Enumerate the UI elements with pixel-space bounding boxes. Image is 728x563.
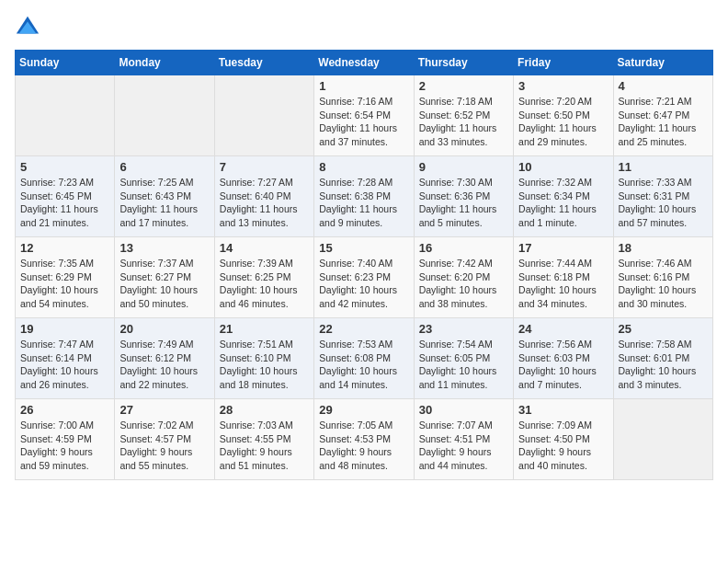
day-cell: 9Sunrise: 7:30 AM Sunset: 6:36 PM Daylig… [414,156,513,237]
day-number: 30 [419,403,508,417]
day-cell: 10Sunrise: 7:32 AM Sunset: 6:34 PM Dayli… [514,156,613,237]
day-cell: 15Sunrise: 7:40 AM Sunset: 6:23 PM Dayli… [314,237,414,318]
week-row-4: 19Sunrise: 7:47 AM Sunset: 6:14 PM Dayli… [16,318,713,399]
day-number: 12 [20,241,109,255]
day-cell [613,399,712,480]
day-number: 6 [119,160,209,174]
day-number: 9 [419,160,508,174]
day-info: Sunrise: 7:16 AM Sunset: 6:54 PM Dayligh… [319,95,408,149]
day-info: Sunrise: 7:03 AM Sunset: 4:55 PM Dayligh… [220,419,309,473]
calendar-table: SundayMondayTuesdayWednesdayThursdayFrid… [15,50,713,480]
day-info: Sunrise: 7:56 AM Sunset: 6:03 PM Dayligh… [518,338,608,392]
day-cell: 22Sunrise: 7:53 AM Sunset: 6:08 PM Dayli… [314,318,414,399]
day-cell: 13Sunrise: 7:37 AM Sunset: 6:27 PM Dayli… [115,237,214,318]
header-cell-thursday: Thursday [414,51,513,75]
day-cell: 26Sunrise: 7:00 AM Sunset: 4:59 PM Dayli… [16,399,115,480]
day-cell: 14Sunrise: 7:39 AM Sunset: 6:25 PM Dayli… [214,237,313,318]
week-row-1: 1Sunrise: 7:16 AM Sunset: 6:54 PM Daylig… [16,75,713,156]
day-number: 25 [619,322,708,336]
day-info: Sunrise: 7:00 AM Sunset: 4:59 PM Dayligh… [20,419,109,473]
day-cell: 25Sunrise: 7:58 AM Sunset: 6:01 PM Dayli… [613,318,712,399]
day-cell: 23Sunrise: 7:54 AM Sunset: 6:05 PM Dayli… [414,318,513,399]
day-number: 21 [220,322,309,336]
day-info: Sunrise: 7:28 AM Sunset: 6:38 PM Dayligh… [319,176,408,230]
day-info: Sunrise: 7:07 AM Sunset: 4:51 PM Dayligh… [419,419,508,473]
week-row-3: 12Sunrise: 7:35 AM Sunset: 6:29 PM Dayli… [16,237,713,318]
day-cell: 20Sunrise: 7:49 AM Sunset: 6:12 PM Dayli… [115,318,214,399]
day-number: 4 [619,79,708,93]
day-number: 7 [220,160,309,174]
week-row-5: 26Sunrise: 7:00 AM Sunset: 4:59 PM Dayli… [16,399,713,480]
day-number: 22 [319,322,408,336]
day-info: Sunrise: 7:54 AM Sunset: 6:05 PM Dayligh… [419,338,508,392]
day-cell: 17Sunrise: 7:44 AM Sunset: 6:18 PM Dayli… [514,237,613,318]
day-cell: 11Sunrise: 7:33 AM Sunset: 6:31 PM Dayli… [613,156,712,237]
day-number: 10 [518,160,608,174]
day-info: Sunrise: 7:51 AM Sunset: 6:10 PM Dayligh… [220,338,309,392]
header-cell-monday: Monday [115,51,214,75]
day-cell: 6Sunrise: 7:25 AM Sunset: 6:43 PM Daylig… [115,156,214,237]
day-info: Sunrise: 7:25 AM Sunset: 6:43 PM Dayligh… [119,176,209,230]
day-cell [214,75,313,156]
page-header [15,15,713,40]
day-number: 29 [319,403,408,417]
day-cell: 2Sunrise: 7:18 AM Sunset: 6:52 PM Daylig… [414,75,513,156]
day-cell: 7Sunrise: 7:27 AM Sunset: 6:40 PM Daylig… [214,156,313,237]
day-info: Sunrise: 7:33 AM Sunset: 6:31 PM Dayligh… [619,176,708,230]
header-cell-wednesday: Wednesday [314,51,414,75]
day-number: 17 [518,241,608,255]
week-row-2: 5Sunrise: 7:23 AM Sunset: 6:45 PM Daylig… [16,156,713,237]
header-cell-sunday: Sunday [16,51,115,75]
day-info: Sunrise: 7:53 AM Sunset: 6:08 PM Dayligh… [319,338,408,392]
day-cell: 30Sunrise: 7:07 AM Sunset: 4:51 PM Dayli… [414,399,513,480]
day-cell: 5Sunrise: 7:23 AM Sunset: 6:45 PM Daylig… [16,156,115,237]
day-info: Sunrise: 7:30 AM Sunset: 6:36 PM Dayligh… [419,176,508,230]
day-cell: 3Sunrise: 7:20 AM Sunset: 6:50 PM Daylig… [514,75,613,156]
day-info: Sunrise: 7:18 AM Sunset: 6:52 PM Dayligh… [419,95,508,149]
day-number: 13 [119,241,209,255]
day-info: Sunrise: 7:46 AM Sunset: 6:16 PM Dayligh… [619,257,708,311]
day-cell [115,75,214,156]
day-cell: 21Sunrise: 7:51 AM Sunset: 6:10 PM Dayli… [214,318,313,399]
day-number: 16 [419,241,508,255]
day-info: Sunrise: 7:02 AM Sunset: 4:57 PM Dayligh… [119,419,209,473]
day-cell: 16Sunrise: 7:42 AM Sunset: 6:20 PM Dayli… [414,237,513,318]
day-number: 31 [518,403,608,417]
day-cell [16,75,115,156]
day-cell: 31Sunrise: 7:09 AM Sunset: 4:50 PM Dayli… [514,399,613,480]
logo [15,15,44,40]
day-info: Sunrise: 7:27 AM Sunset: 6:40 PM Dayligh… [220,176,309,230]
day-number: 26 [20,403,109,417]
day-cell: 1Sunrise: 7:16 AM Sunset: 6:54 PM Daylig… [314,75,414,156]
day-number: 3 [518,79,608,93]
day-cell: 8Sunrise: 7:28 AM Sunset: 6:38 PM Daylig… [314,156,414,237]
day-number: 19 [20,322,109,336]
day-info: Sunrise: 7:49 AM Sunset: 6:12 PM Dayligh… [119,338,209,392]
day-info: Sunrise: 7:35 AM Sunset: 6:29 PM Dayligh… [20,257,109,311]
day-cell: 27Sunrise: 7:02 AM Sunset: 4:57 PM Dayli… [115,399,214,480]
day-info: Sunrise: 7:23 AM Sunset: 6:45 PM Dayligh… [20,176,109,230]
day-number: 28 [220,403,309,417]
day-info: Sunrise: 7:32 AM Sunset: 6:34 PM Dayligh… [518,176,608,230]
header-cell-saturday: Saturday [613,51,712,75]
day-info: Sunrise: 7:42 AM Sunset: 6:20 PM Dayligh… [419,257,508,311]
day-number: 24 [518,322,608,336]
day-cell: 28Sunrise: 7:03 AM Sunset: 4:55 PM Dayli… [214,399,313,480]
day-cell: 12Sunrise: 7:35 AM Sunset: 6:29 PM Dayli… [16,237,115,318]
day-number: 27 [119,403,209,417]
day-info: Sunrise: 7:37 AM Sunset: 6:27 PM Dayligh… [119,257,209,311]
day-cell: 29Sunrise: 7:05 AM Sunset: 4:53 PM Dayli… [314,399,414,480]
day-cell: 24Sunrise: 7:56 AM Sunset: 6:03 PM Dayli… [514,318,613,399]
day-info: Sunrise: 7:09 AM Sunset: 4:50 PM Dayligh… [518,419,608,473]
day-number: 5 [20,160,109,174]
day-number: 14 [220,241,309,255]
day-number: 18 [619,241,708,255]
day-number: 15 [319,241,408,255]
day-info: Sunrise: 7:20 AM Sunset: 6:50 PM Dayligh… [518,95,608,149]
day-cell: 19Sunrise: 7:47 AM Sunset: 6:14 PM Dayli… [16,318,115,399]
header-cell-tuesday: Tuesday [214,51,313,75]
day-number: 1 [319,79,408,93]
day-cell: 18Sunrise: 7:46 AM Sunset: 6:16 PM Dayli… [613,237,712,318]
day-info: Sunrise: 7:21 AM Sunset: 6:47 PM Dayligh… [619,95,708,149]
day-cell: 4Sunrise: 7:21 AM Sunset: 6:47 PM Daylig… [613,75,712,156]
